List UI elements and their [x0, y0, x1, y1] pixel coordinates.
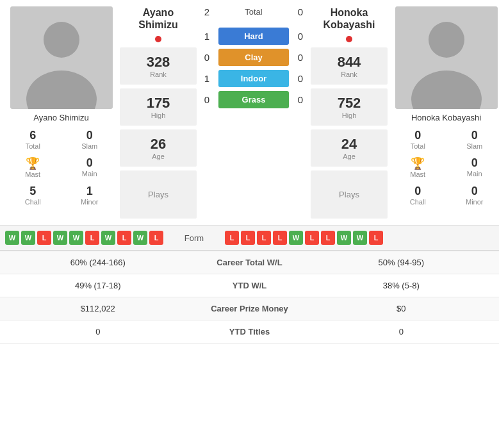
- stats-p2-value-3: 0: [314, 327, 489, 336]
- court-row-hard: 1 Hard 0: [199, 28, 308, 45]
- court-clay-p2-score: 0: [293, 52, 308, 63]
- p1-total-score: 2: [199, 6, 215, 17]
- stats-label-3: YTD Titles: [186, 327, 314, 336]
- court-hard-p2-score: 0: [293, 31, 308, 42]
- svg-point-1: [44, 22, 79, 58]
- form-p1-badge-3: W: [53, 231, 67, 245]
- player1-status-dot: [155, 36, 161, 42]
- player1-high-value: 175: [120, 95, 197, 112]
- player1-rank-value: 328: [120, 54, 197, 71]
- total-row: 2 Total 0: [199, 6, 308, 17]
- stats-row-3: 0 YTD Titles 0: [0, 320, 499, 344]
- court-row-clay: 0 Clay 0: [199, 49, 308, 66]
- form-p1-badge-0: W: [5, 231, 19, 245]
- court-grass-p2-score: 0: [293, 94, 308, 105]
- form-p1-badges: WWLWWLWLWL: [5, 231, 163, 245]
- stats-label-0: Career Total W/L: [186, 258, 314, 267]
- stats-row-1: 49% (17-18) YTD W/L 38% (5-8): [0, 274, 499, 297]
- court-hard-p1-score: 1: [199, 31, 215, 42]
- player2-minor-cell: 0 Minor: [447, 182, 500, 208]
- player2-main-value: 0: [471, 156, 478, 170]
- form-p1-badge-5: L: [85, 231, 99, 245]
- stats-rows: 60% (244-166) Career Total W/L 50% (94-9…: [0, 251, 499, 344]
- player1-slam-label: Slam: [81, 142, 97, 150]
- player2-main-label: Main: [467, 170, 482, 178]
- stats-p1-value-0: 60% (244-166): [10, 258, 186, 267]
- court-grass-button[interactable]: Grass: [218, 91, 289, 108]
- courts-wrapper: 2 Total 0 1 Hard 0 0 Clay 0 1 Indoor 0 0…: [199, 6, 308, 219]
- stats-p1-value-1: 49% (17-18): [10, 281, 186, 290]
- stats-p1-value-2: $112,022: [10, 304, 186, 313]
- form-p2-badge-0: L: [225, 231, 239, 245]
- player2-trophy-icon: 🏆: [411, 156, 425, 170]
- stats-label-2: Career Prize Money: [186, 304, 314, 313]
- player1-age-label: Age: [120, 153, 197, 160]
- player2-rank-stat: 844 Rank: [311, 47, 388, 85]
- form-p2-badge-8: W: [353, 231, 367, 245]
- player1-age-stat: 26 Age: [120, 129, 197, 167]
- p2-total-score: 0: [293, 6, 308, 17]
- player2-mast-label: Mast: [410, 170, 425, 178]
- form-p2-badge-5: L: [305, 231, 319, 245]
- player1-mast-label: Mast: [25, 170, 40, 178]
- player2-rank-value: 844: [311, 54, 388, 71]
- form-p1-badge-9: L: [149, 231, 163, 245]
- player2-minor-value: 0: [471, 185, 478, 198]
- player2-age-value: 24: [311, 136, 388, 153]
- form-p1-badge-1: W: [21, 231, 35, 245]
- player2-rank-label: Rank: [311, 71, 388, 78]
- player1-center-name: Ayano Shimizu: [138, 6, 177, 31]
- player2-total-label: Total: [411, 142, 425, 150]
- player2-chall-label: Chall: [410, 198, 426, 206]
- player2-center-panel: Honoka Kobayashi 844 Rank 752 High 24 Ag…: [311, 6, 388, 219]
- player2-high-stat: 752 High: [311, 88, 388, 126]
- stats-p1-value-3: 0: [10, 327, 186, 336]
- player1-slam-value: 0: [86, 129, 93, 142]
- court-clay-p1-score: 0: [199, 52, 215, 63]
- player2-slam-cell: 0 Slam: [447, 126, 500, 153]
- form-p2-badge-7: W: [337, 231, 351, 245]
- court-grass-p1-score: 0: [199, 94, 215, 105]
- player1-card: Ayano Shimizu 6 Total 0 Slam 🏆 Mast 0 Ma…: [5, 6, 117, 219]
- player2-chall-cell: 0 Chall: [390, 182, 446, 208]
- player1-minor-cell: 1 Minor: [62, 182, 118, 208]
- player2-slam-label: Slam: [466, 142, 482, 150]
- court-hard-button[interactable]: Hard: [218, 28, 289, 45]
- court-rows: 1 Hard 0 0 Clay 0 1 Indoor 0 0 Grass 0: [199, 28, 308, 112]
- form-p2-badge-3: L: [273, 231, 287, 245]
- court-row-grass: 0 Grass 0: [199, 91, 308, 108]
- player2-avatar: [395, 6, 498, 109]
- court-indoor-button[interactable]: Indoor: [218, 70, 289, 87]
- player1-stats: 6 Total 0 Slam 🏆 Mast 0 Main 5 Chall: [5, 126, 117, 208]
- player1-chall-cell: 5 Chall: [5, 182, 61, 208]
- player1-minor-label: Minor: [81, 198, 99, 206]
- comparison-section: Ayano Shimizu 6 Total 0 Slam 🏆 Mast 0 Ma…: [0, 0, 499, 225]
- total-label: Total: [218, 7, 289, 17]
- player2-high-value: 752: [311, 95, 388, 112]
- court-clay-button[interactable]: Clay: [218, 49, 289, 66]
- player2-stats: 0 Total 0 Slam 🏆 Mast 0 Main 0 Chall: [390, 126, 499, 208]
- player1-rank-label: Rank: [120, 71, 197, 78]
- player1-plays: Plays: [120, 170, 197, 219]
- player2-center-name: Honoka Kobayashi: [323, 6, 375, 31]
- form-p2-badges: LLLLWLLWWL: [225, 231, 383, 245]
- player2-age-stat: 24 Age: [311, 129, 388, 167]
- court-row-indoor: 1 Indoor 0: [199, 70, 308, 87]
- form-p1-badge-7: L: [117, 231, 131, 245]
- player1-rank-stat: 328 Rank: [120, 47, 197, 85]
- player1-avatar: [10, 6, 113, 109]
- form-p2-badge-4: W: [289, 231, 303, 245]
- form-p2-badge-9: L: [369, 231, 383, 245]
- court-indoor-p1-score: 1: [199, 73, 215, 84]
- svg-point-4: [429, 22, 464, 58]
- player2-card: Honoka Kobayashi 0 Total 0 Slam 🏆 Mast 0…: [390, 6, 499, 219]
- player2-age-label: Age: [311, 153, 388, 160]
- player2-plays: Plays: [311, 170, 388, 219]
- stats-row-0: 60% (244-166) Career Total W/L 50% (94-9…: [0, 251, 499, 274]
- player1-slam-cell: 0 Slam: [62, 126, 118, 153]
- player2-slam-value: 0: [471, 129, 478, 142]
- player1-high-stat: 175 High: [120, 88, 197, 126]
- form-p2-badge-1: L: [241, 231, 255, 245]
- player1-chall-label: Chall: [25, 198, 41, 206]
- form-p1-badge-8: W: [133, 231, 147, 245]
